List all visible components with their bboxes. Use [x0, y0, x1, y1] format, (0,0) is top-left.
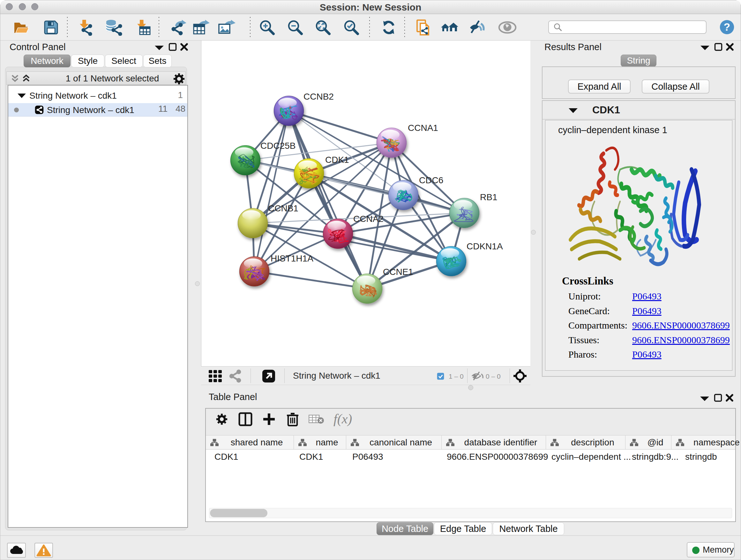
svg-text:CCNA1: CCNA1: [408, 123, 438, 133]
svg-text:CDK1: CDK1: [325, 155, 349, 165]
svg-text:CCNE1: CCNE1: [383, 267, 413, 277]
svg-text:CDC6: CDC6: [419, 175, 443, 185]
svg-text:CCNA2: CCNA2: [353, 214, 384, 224]
svg-text:CCNB2: CCNB2: [304, 91, 334, 102]
svg-text:CCNB1: CCNB1: [268, 203, 298, 213]
svg-text:HIST1H1A: HIST1H1A: [271, 253, 313, 263]
svg-text:?: ?: [724, 21, 730, 33]
svg-text:RB1: RB1: [480, 192, 497, 202]
svg-text:CDKN1A: CDKN1A: [467, 241, 503, 251]
svg-text:CDC25B: CDC25B: [260, 141, 295, 151]
